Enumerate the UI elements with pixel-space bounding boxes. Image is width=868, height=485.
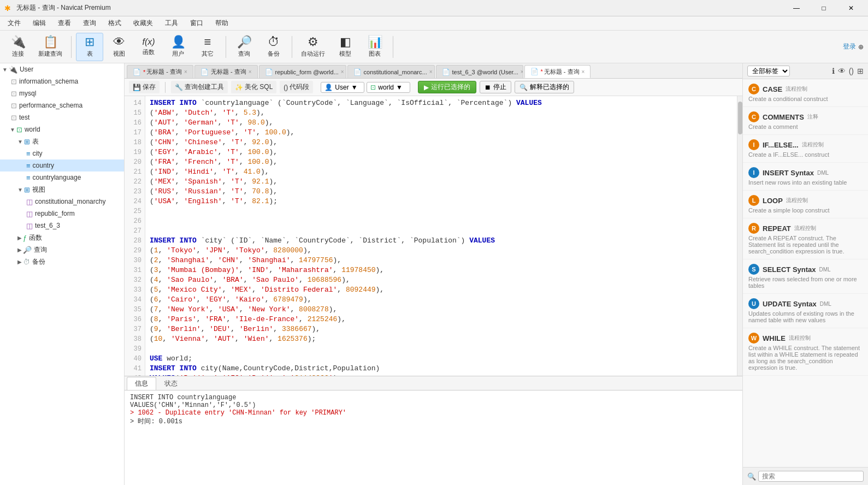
snippet-repeat[interactable]: R REPEAT 流程控制 Create A REPEAT construct.… xyxy=(743,218,868,259)
tag-filter-dropdown[interactable]: 全部标签 xyxy=(747,66,790,76)
snippet-title-ifelse: IF...ELSE... xyxy=(763,141,799,149)
minimize-button[interactable]: — xyxy=(784,0,809,16)
line-num-32: 32 xyxy=(125,275,145,285)
save-button[interactable]: 💾 保存 xyxy=(129,81,160,93)
eye-icon[interactable]: 👁 xyxy=(838,67,846,75)
snippet-case[interactable]: C CASE 流程控制 Create a conditional constru… xyxy=(743,79,868,107)
close-button[interactable]: ✕ xyxy=(839,0,864,16)
grid-icon[interactable]: ⊞ xyxy=(857,67,864,75)
schema-dropdown[interactable]: ⊡ world ▼ xyxy=(367,82,410,93)
editor-split: 1415161718192021222324252627282930313233… xyxy=(125,96,742,485)
toolbar-btn-自动运行[interactable]: ⚙自动运行 xyxy=(297,33,329,61)
tab-tab2[interactable]: 📄无标题 - 查询× xyxy=(194,65,258,78)
snippet-while[interactable]: W WHILE 流程控制 Create a WHILE construct. T… xyxy=(743,328,868,376)
snippet-update[interactable]: U UPDATE Syntax DML Updates columns of e… xyxy=(743,294,868,328)
menu-item-编辑[interactable]: 编辑 xyxy=(27,17,51,29)
snippet-ifelse[interactable]: I IF...ELSE... 流程控制 Create a IF...ELSE..… xyxy=(743,135,868,163)
toolbar-btn-模型[interactable]: ◧模型 xyxy=(332,33,359,61)
toolbar-btn-视图[interactable]: 👁视图 xyxy=(105,33,133,61)
sidebar-item-city[interactable]: ≡city xyxy=(0,147,124,159)
snippet-search-input[interactable] xyxy=(758,471,864,482)
tab-tab3[interactable]: 📄republic_form @world...× xyxy=(259,65,346,78)
sidebar-item-country[interactable]: ≡country xyxy=(0,159,124,171)
bottom-line-1: VALUES('CHN','Minnan','F','0.5') xyxy=(130,401,737,409)
line-num-34: 34 xyxy=(125,295,145,305)
code-line-25 xyxy=(150,206,733,216)
scrollbar-thumb[interactable] xyxy=(738,102,742,134)
sidebar-item-world[interactable]: ▼⊡world xyxy=(0,123,124,135)
sidebar-item-test-6-3[interactable]: ◫test_6_3 xyxy=(0,220,124,232)
code-line-19: ('EGY', 'Arabic', 'T', 100.0), xyxy=(150,147,733,157)
line-num-23: 23 xyxy=(125,187,145,197)
code-line-18: ('CHN', 'Chinese', 'T', 92.0), xyxy=(150,138,733,147)
toolbar-btn-函数[interactable]: f(x)函数 xyxy=(135,33,162,61)
vertical-scrollbar[interactable] xyxy=(737,96,742,376)
sidebar-item-countrylanguage[interactable]: ≡countrylanguage xyxy=(0,171,124,184)
menu-item-查询[interactable]: 查询 xyxy=(78,17,102,29)
bottom-tab-info[interactable]: 信息 xyxy=(127,377,156,390)
toolbar-btn-表[interactable]: ⊞表 xyxy=(76,33,103,61)
snippet-select[interactable]: S SELECT Syntax DML Retrieve rows select… xyxy=(743,259,868,294)
sidebar-item-test[interactable]: ⊡test xyxy=(0,111,124,123)
toolbar-btn-其它[interactable]: ≡其它 xyxy=(194,33,221,61)
sidebar-item-mysql[interactable]: ⊡mysql xyxy=(0,87,124,99)
menu-item-窗口[interactable]: 窗口 xyxy=(185,17,209,29)
sidebar-item-backups[interactable]: ▶⏱备份 xyxy=(0,256,124,268)
dropdown-arrow2: ▼ xyxy=(396,84,403,91)
code-line-33: (5, 'Mexico City', 'MEX', 'Distrito Fede… xyxy=(150,285,733,295)
snippet-icon-repeat: R xyxy=(748,223,759,234)
sidebar-item-constitutional-monarchy[interactable]: ◫constitutional_monarchy xyxy=(0,196,124,208)
paren-icon[interactable]: () xyxy=(849,67,854,75)
sidebar-item-views[interactable]: ▼⊞视图 xyxy=(0,184,124,196)
sidebar-item-performance-schema[interactable]: ⊡performance_schema xyxy=(0,99,124,111)
toolbar-btn-图表[interactable]: 📊图表 xyxy=(361,33,388,61)
toolbar: 🔌连接📋新建查询⊞表👁视图f(x)函数👤用户≡其它🔎查询⏱备份⚙自动运行◧模型📊… xyxy=(0,31,868,63)
menu-item-格式[interactable]: 格式 xyxy=(103,17,127,29)
toolbar-btn-备份[interactable]: ⏱备份 xyxy=(260,33,287,61)
sidebar-item-republic-form[interactable]: ◫republic_form xyxy=(0,208,124,220)
toolbar-btn-连接[interactable]: 🔌连接 xyxy=(4,33,32,61)
toolbar-btn-用户[interactable]: 👤用户 xyxy=(164,33,192,61)
stop-icon: ⏹ xyxy=(485,84,491,91)
bottom-tab-status[interactable]: 状态 xyxy=(156,377,186,390)
snippet-comments[interactable]: C COMMENTS 注释 Create a comment xyxy=(743,107,868,135)
code-line-38: (10, 'Vienna', 'AUT', 'Wien', 1625376); xyxy=(150,334,733,344)
maximize-button[interactable]: □ xyxy=(811,0,836,16)
dropdown-arrow: ▼ xyxy=(351,84,358,91)
toolbar-separator xyxy=(71,36,72,58)
tab-tab5[interactable]: 📄test_6_3 @world (User...× xyxy=(436,65,523,78)
sidebar-item-tables[interactable]: ▼⊞表 xyxy=(0,135,124,147)
menu-item-文件[interactable]: 文件 xyxy=(2,17,26,29)
menu-item-工具[interactable]: 工具 xyxy=(160,17,184,29)
stop-button[interactable]: ⏹ 停止 xyxy=(480,81,511,93)
user-dropdown[interactable]: 👤 User ▼ xyxy=(321,82,364,93)
menu-item-帮助[interactable]: 帮助 xyxy=(210,17,234,29)
sidebar-item-information-schema[interactable]: ⊡information_schema xyxy=(0,75,124,87)
toolbar-btn-查询[interactable]: 🔎查询 xyxy=(231,33,258,61)
snippet-insert[interactable]: I INSERT Syntax DML Insert new rows into… xyxy=(743,163,868,191)
code-snippet-button[interactable]: () 代码段 xyxy=(280,81,313,93)
snippet-loop[interactable]: L LOOP 流程控制 Create a simple loop constru… xyxy=(743,191,868,218)
tab-tab6[interactable]: 📄*无标题 - 查询× xyxy=(524,65,591,78)
beautify-button[interactable]: ✨ 美化 SQL xyxy=(231,81,276,93)
content-area: 📄*无标题 - 查询×📄无标题 - 查询×📄republic_form @wor… xyxy=(125,63,742,485)
snippet-title-comments: COMMENTS xyxy=(763,113,804,121)
window-controls: — □ ✕ xyxy=(784,0,864,16)
code-content[interactable]: INSERT INTO `countrylanguage` (`CountryC… xyxy=(145,96,737,376)
code-editor[interactable]: 1415161718192021222324252627282930313233… xyxy=(125,96,737,376)
code-line-39 xyxy=(150,344,733,354)
run-button[interactable]: ▶ 运行已选择的 xyxy=(418,81,476,93)
sidebar-item-user-db[interactable]: ▼🔌User xyxy=(0,63,124,75)
explain-button[interactable]: 🔍 解释已选择的 xyxy=(515,81,574,93)
query-wizard-button[interactable]: 🔧 查询创建工具 xyxy=(171,81,228,93)
login-button[interactable]: 登录 xyxy=(843,42,856,51)
sidebar-item-functions[interactable]: ▶ƒ函数 xyxy=(0,232,124,244)
toolbar-btn-新建查询[interactable]: 📋新建查询 xyxy=(34,33,67,61)
menu-item-收藏夹[interactable]: 收藏夹 xyxy=(128,17,158,29)
info-icon[interactable]: ℹ xyxy=(832,67,835,75)
sidebar-item-queries[interactable]: ▶🔎查询 xyxy=(0,244,124,256)
tab-tab4[interactable]: 📄constitutional_monarc...× xyxy=(347,65,435,78)
snippet-icon-case: C xyxy=(748,84,759,94)
tab-tab1[interactable]: 📄*无标题 - 查询× xyxy=(127,65,193,78)
menu-item-查看[interactable]: 查看 xyxy=(52,17,76,29)
